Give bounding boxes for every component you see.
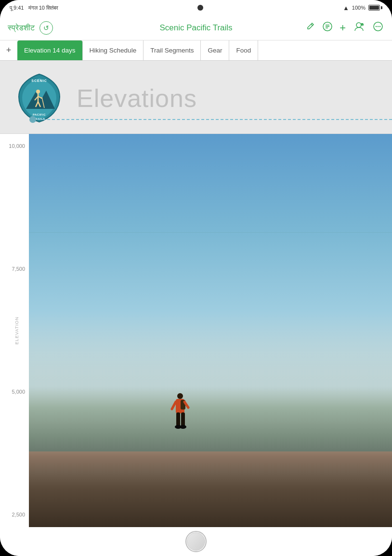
more-icon[interactable] <box>372 21 384 34</box>
y-axis-title: ELEVATION <box>14 317 19 344</box>
tab-elevation-14days[interactable]: Elevation 14 days <box>17 40 83 60</box>
back-button[interactable]: ↺ <box>39 21 53 35</box>
status-time-date: पू 9:41 मंगल 10 सितंबर <box>10 5 58 11</box>
svg-point-9 <box>378 26 379 27</box>
status-time: पू 9:41 <box>10 5 24 11</box>
svg-point-12 <box>36 90 40 93</box>
y-label-7500: 7,500 <box>0 266 25 272</box>
svg-text:PACIFIC: PACIFIC <box>33 113 46 116</box>
svg-point-10 <box>379 26 380 27</box>
dashed-divider <box>33 119 392 120</box>
status-date: मंगल 10 सितंबर <box>28 5 58 11</box>
gridline-7500 <box>29 232 392 233</box>
collaborate-icon[interactable]: + <box>353 21 365 34</box>
y-label-2500: 2,500 <box>0 512 25 517</box>
front-camera <box>197 5 203 11</box>
ipad-device: पू 9:41 मंगल 10 सितंबर ▲ 100% स्प्रेडशीट… <box>0 0 392 556</box>
battery-percent: 100% <box>352 5 366 11</box>
tab-gear[interactable]: Gear <box>201 40 229 60</box>
add-sheet-tab-button[interactable]: + <box>0 40 17 60</box>
document-title: Scenic Pacific Trails <box>159 23 232 33</box>
svg-rect-27 <box>176 412 180 427</box>
add-sheet-icon[interactable]: + <box>340 22 346 34</box>
wifi-icon: ▲ <box>343 4 349 12</box>
tabs-bar: + Elevation 14 days Hiking Schedule Trai… <box>0 40 392 61</box>
y-axis: ELEVATION 10,000 7,500 5,000 2,500 <box>0 134 29 527</box>
svg-point-30 <box>180 425 186 429</box>
back-arrow-icon: ↺ <box>43 24 49 32</box>
toolbar-actions: + + <box>305 21 384 34</box>
y-label-10000: 10,000 <box>0 144 25 149</box>
svg-point-8 <box>376 26 377 27</box>
svg-point-4 <box>356 23 361 27</box>
chart-image <box>29 134 392 527</box>
scenic-pacific-trails-logo: SCENIC PACIFIC TRAILS <box>12 70 67 126</box>
person-silhouette <box>167 392 194 440</box>
format-icon[interactable] <box>322 21 333 34</box>
chart-area: ELEVATION 10,000 7,500 5,000 2,500 <box>0 134 392 527</box>
tab-food[interactable]: Food <box>229 40 258 60</box>
app-label[interactable]: स्प्रेडशीट <box>8 24 35 32</box>
tab-hiking-schedule[interactable]: Hiking Schedule <box>83 40 144 60</box>
toolbar: स्प्रेडशीट ↺ Scenic Pacific Trails <box>0 15 392 40</box>
svg-point-22 <box>177 393 183 399</box>
tab-trail-segments[interactable]: Trail Segments <box>144 40 201 60</box>
svg-text:SCENIC: SCENIC <box>31 79 47 82</box>
home-button-area <box>0 527 392 556</box>
toolbar-left: स्प्रेडशीट ↺ <box>8 21 53 35</box>
sheet-header: SCENIC PACIFIC TRAILS Elevations <box>0 61 392 134</box>
logo-container: SCENIC PACIFIC TRAILS <box>12 70 67 126</box>
y-label-5000: 5,000 <box>0 389 25 395</box>
status-indicators: ▲ 100% <box>343 4 382 12</box>
home-button[interactable] <box>185 531 207 552</box>
page-title: Elevations <box>77 84 197 113</box>
dashed-dot-icon <box>29 116 36 123</box>
home-button-inner <box>187 532 205 551</box>
battery-icon <box>368 5 382 11</box>
mountain-photo-bg <box>29 134 392 527</box>
annotate-icon[interactable] <box>305 21 315 34</box>
svg-rect-28 <box>181 412 185 427</box>
status-bar: पू 9:41 मंगल 10 सितंबर ▲ 100% <box>0 0 392 15</box>
svg-line-25 <box>172 402 176 409</box>
svg-text:+: + <box>362 24 363 26</box>
main-content: SCENIC PACIFIC TRAILS Elevations ELEVATI… <box>0 61 392 527</box>
